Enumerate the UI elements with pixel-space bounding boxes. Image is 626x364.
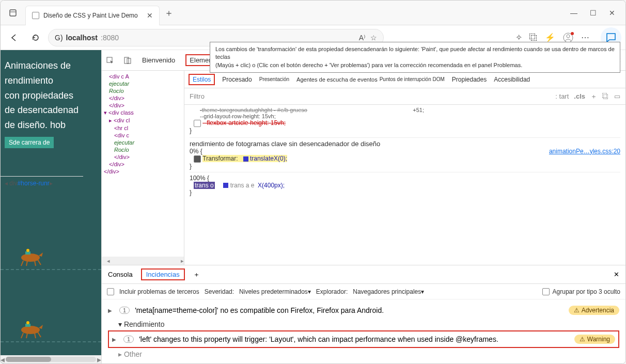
subtab-breakpoints[interactable]: Puntos de interrupción DOM [380,76,445,82]
third-party-checkbox[interactable] [107,288,114,295]
svg-point-6 [26,249,29,252]
dom-tree[interactable]: <div c A ejecutar Rocío </div> </div> ▾ … [102,71,184,265]
svg-line-15 [26,333,27,338]
cls-toggle[interactable]: .cls [574,92,585,100]
drawer-tab-console[interactable]: Consola [108,271,133,278]
severity-label: Severidad: [205,288,234,295]
property-checkbox[interactable] [194,120,201,127]
star-icon[interactable]: ☆ [370,34,377,42]
drawer-tab-issues[interactable]: Incidencias [141,268,185,280]
subtab-presentation[interactable]: Presentación [259,76,289,82]
browser-label: Explorador: [316,288,348,295]
browser-tab[interactable]: Diseño de CSS y Paint Live Demo ✕ [25,6,160,25]
issue-text: 'meta[name=theme-color]' no es compatibl… [135,306,564,314]
browser-select[interactable]: Navegadores principales▾ [353,288,424,295]
highlighted-property: trans o [194,182,215,189]
horse-sprite [16,319,47,339]
svg-line-7 [21,261,23,266]
minimize-button[interactable]: — [570,9,577,17]
stylesheet-link[interactable]: animationPe…yles.css:20 [549,148,620,155]
styles-subtabs: Estilos Procesado Presentación Agentes d… [184,71,625,88]
issue-row[interactable]: ▶ 1 'meta[name=theme-color]' no es compa… [108,303,619,318]
page-scrollbar[interactable]: ◂ ▸ [1,355,101,363]
svg-point-13 [26,321,29,324]
close-window-button[interactable]: ✕ [609,9,615,17]
drawer-close-button[interactable]: ✕ [614,271,619,278]
subtab-accessibility[interactable]: Accesibilidad [494,76,530,83]
favorites-icon[interactable]: ✧ [515,33,522,42]
subtab-processed[interactable]: Procesado [222,76,252,83]
copy-styles-icon[interactable]: ⿻ [602,92,609,100]
performance-icon[interactable]: ⚡ [545,33,555,42]
read-aloud-icon[interactable]: A⁾ [359,34,365,42]
svg-rect-0 [10,10,16,16]
svg-line-17 [38,332,41,337]
keyframes-rule-header: rendimiento de fotogramas clave sin dese… [190,140,380,148]
svg-point-4 [21,254,40,262]
tab-title: Diseño de CSS y Paint Live Demo [43,12,138,19]
svg-line-16 [35,333,36,338]
expand-icon[interactable]: ▶ [108,308,114,313]
svg-line-10 [38,260,41,265]
dom-scrollbar[interactable]: ◂▸ [102,257,184,265]
property-checkbox[interactable] [194,155,201,163]
expand-icon[interactable]: ▶ [112,337,118,342]
warning-badge: ⚠ Warning [574,335,615,344]
warning-badge: ⚠ Advertencia [569,306,619,315]
subtab-listeners[interactable]: Agentes de escucha de eventos [296,76,378,83]
page-icon [32,12,39,19]
issue-row-highlighted[interactable]: ▶ 1 'left' changes to this property will… [108,330,619,348]
subtab-styles[interactable]: Estilos [189,74,215,85]
devtools-drawer: Consola Incidencias ＋ ✕ Incluir problema… [102,265,625,363]
drawer-new-tab[interactable]: ＋ [193,270,200,279]
more-icon[interactable]: ⋯ [581,33,589,42]
svg-line-9 [35,261,36,266]
horse-sprite [16,246,47,267]
severity-select[interactable]: Niveles predeterminados▾ [239,288,311,295]
issues-list: ▶ 1 'meta[name=theme-color]' no es compa… [102,299,625,363]
new-style-icon[interactable]: ＋ [590,92,597,101]
computed-icon[interactable]: ▭ [614,92,620,100]
app-menu-button[interactable] [1,1,25,25]
maximize-button[interactable]: ☐ [590,9,597,17]
svg-line-8 [26,261,27,266]
rendered-page: Animaciones de rendimiento con propiedad… [1,50,101,363]
svg-line-14 [21,333,23,338]
new-tab-button[interactable]: ＋ [160,4,178,22]
styles-filter-row: Filtro : tart .cls ＋ ⿻ ▭ [184,88,625,105]
tab-welcome[interactable]: Bienvenido [141,54,176,66]
inspect-icon[interactable] [106,56,114,65]
page-heading: Animaciones de rendimiento con propiedad… [5,58,97,133]
url-host: localhost [66,34,98,42]
group-label: Agrupar por tipo 3 oculto [553,288,620,295]
issue-count: 1 [123,336,134,343]
styles-pane: Estilos Procesado Presentación Agentes d… [184,71,625,265]
styles-rules[interactable]: -theme-toregroundutughhght - #e/b grueso… [184,105,625,265]
filter-input[interactable]: Filtro [190,92,205,100]
group-checkbox[interactable] [542,288,550,295]
svg-point-11 [21,326,40,334]
issue-count: 1 [119,307,130,314]
issue-category[interactable]: ▾ Rendimiento [108,318,619,330]
issue-category[interactable]: ▸ Other [108,348,619,360]
window-controls: — ☐ ✕ [570,9,625,17]
tab-close-button[interactable]: ✕ [147,11,153,20]
subtab-properties[interactable]: Propiedades [452,76,487,83]
devtools-panel: Bienvenido Elementos Consola Orígenes Re… [101,50,625,363]
refresh-button[interactable] [26,28,45,47]
collections-icon[interactable]: ⿻ [529,33,538,42]
svg-point-3 [567,35,570,38]
titlebar: Diseño de CSS y Paint Live Demo ✕ ＋ — ☐ … [1,1,625,25]
hov-toggle[interactable]: : tart [555,92,569,100]
url-prefix: G) [55,34,63,42]
issue-text: 'left' changes to this property will tri… [139,335,569,343]
url-port: :8080 [101,34,119,42]
device-icon[interactable] [123,56,132,65]
dom-breadcrumb[interactable]: ◂ div#horse-runr ▸ [1,176,83,189]
property-tooltip: Los cambios de 'transformación' de esta … [210,50,620,73]
back-button[interactable] [5,28,23,47]
race-button[interactable]: Sde carrera de [5,137,54,148]
third-party-label: Incluir problemas de terceros [119,288,199,295]
